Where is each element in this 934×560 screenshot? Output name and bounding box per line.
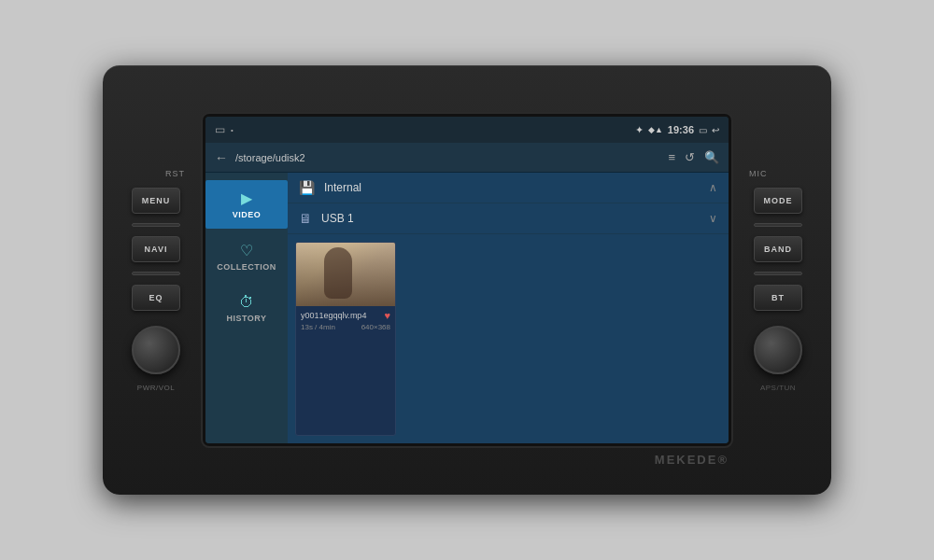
collection-label: COLLECTION	[217, 262, 276, 272]
time-display: 19:36	[668, 124, 694, 135]
signal-text: ◆▲	[648, 125, 663, 134]
back-icon[interactable]: ↩	[712, 125, 719, 135]
screen-wrapper: ▭ • ✦ ◆▲ 19:36 ▭ ↩ ← /storage/udisk2 ≡ ↺	[202, 82, 732, 478]
thumb-info-0: y0011egqqlv.mp4 ♥ 13s / 4min 640×368	[296, 306, 395, 335]
filter-icon[interactable]: ≡	[668, 150, 675, 164]
thumb-name-0: y0011egqqlv.mp4 ♥	[301, 310, 390, 321]
thumb-meta-0: 13s / 4min 640×368	[301, 323, 390, 331]
usb1-label: USB 1	[321, 212, 700, 225]
aps-tun-knob[interactable]	[754, 326, 802, 374]
internal-icon: 💾	[299, 180, 315, 195]
eq-button[interactable]: EQ	[132, 285, 180, 311]
left-panel: RST MENU NAVI EQ PWR/VOL	[123, 169, 189, 392]
status-bar: ▭ • ✦ ◆▲ 19:36 ▭ ↩	[205, 117, 729, 143]
history-label: HISTORY	[226, 314, 266, 323]
expand-usb1-icon[interactable]: ∨	[709, 212, 717, 225]
path-display: /storage/udisk2	[235, 152, 660, 163]
android-icon: ▭	[215, 123, 225, 136]
mic-label: MIC	[749, 169, 768, 178]
file-browser: 💾 Internal ∧ 🖥 USB 1 ∨	[288, 173, 729, 443]
rst-label: RST	[165, 169, 185, 178]
head-unit: RST MENU NAVI EQ PWR/VOL ▭ • ✦ ◆▲ 19:36 …	[103, 65, 831, 495]
address-icons: ≡ ↺ 🔍	[668, 150, 719, 164]
thumb-duration-0: 13s / 4min	[301, 323, 335, 331]
sidebar-item-video[interactable]: ▶ VIDEO	[205, 180, 288, 229]
band-slider	[754, 272, 802, 275]
sidebar-item-collection[interactable]: ♡ COLLECTION	[205, 232, 288, 281]
status-left-icons: ▭ •	[215, 123, 234, 136]
mode-button[interactable]: MODE	[754, 188, 802, 214]
internal-label: Internal	[324, 181, 700, 194]
file-entry-internal[interactable]: 💾 Internal ∧	[288, 173, 729, 203]
search-icon[interactable]: 🔍	[704, 150, 719, 164]
bt-button[interactable]: BT	[754, 285, 802, 311]
history-icon: ⏱	[239, 294, 254, 311]
display-screen: ▭ • ✦ ◆▲ 19:36 ▭ ↩ ← /storage/udisk2 ≡ ↺	[205, 117, 729, 443]
usb-icon: 🖥	[299, 211, 312, 226]
favorite-icon-0[interactable]: ♥	[384, 310, 390, 321]
menu-slider	[132, 223, 180, 227]
sidebar-nav: ▶ VIDEO ♡ COLLECTION ⏱ HISTORY	[205, 173, 288, 443]
refresh-icon[interactable]: ↺	[685, 150, 695, 164]
video-icon: ▶	[241, 189, 252, 207]
file-entry-usb1[interactable]: 🖥 USB 1 ∨	[288, 203, 729, 234]
pwr-vol-knob[interactable]	[132, 326, 180, 374]
video-label: VIDEO	[233, 210, 262, 219]
status-right-info: ✦ ◆▲ 19:36 ▭ ↩	[635, 124, 719, 136]
navi-button[interactable]: NAVI	[132, 236, 180, 262]
dot-icon: •	[231, 126, 234, 134]
screen-icon: ▭	[699, 125, 707, 135]
bluetooth-icon: ✦	[635, 124, 644, 136]
menu-button[interactable]: MENU	[132, 188, 180, 214]
thumb-image-0	[296, 243, 396, 306]
sidebar-item-history[interactable]: ⏱ HISTORY	[205, 285, 288, 332]
main-content: ▶ VIDEO ♡ COLLECTION ⏱ HISTORY	[205, 173, 729, 443]
address-bar: ← /storage/udisk2 ≡ ↺ 🔍	[205, 143, 729, 173]
video-thumbnail-0[interactable]: y0011egqqlv.mp4 ♥ 13s / 4min 640×368	[295, 242, 396, 436]
back-button[interactable]: ←	[215, 150, 228, 165]
thumbnail-grid: y0011egqqlv.mp4 ♥ 13s / 4min 640×368	[288, 234, 729, 443]
band-button[interactable]: BAND	[754, 236, 802, 262]
right-panel: MIC MODE BAND BT APS/TUN	[745, 169, 811, 392]
navi-slider	[132, 272, 180, 275]
mode-slider	[754, 223, 802, 227]
aps-label: APS/TUN	[760, 384, 796, 392]
thumb-resolution-0: 640×368	[361, 323, 390, 331]
brand-watermark: MEKEDE®	[655, 453, 729, 467]
pwr-label: PWR/VOL	[137, 384, 175, 392]
collection-icon: ♡	[240, 242, 253, 259]
expand-internal-icon[interactable]: ∧	[709, 181, 717, 194]
